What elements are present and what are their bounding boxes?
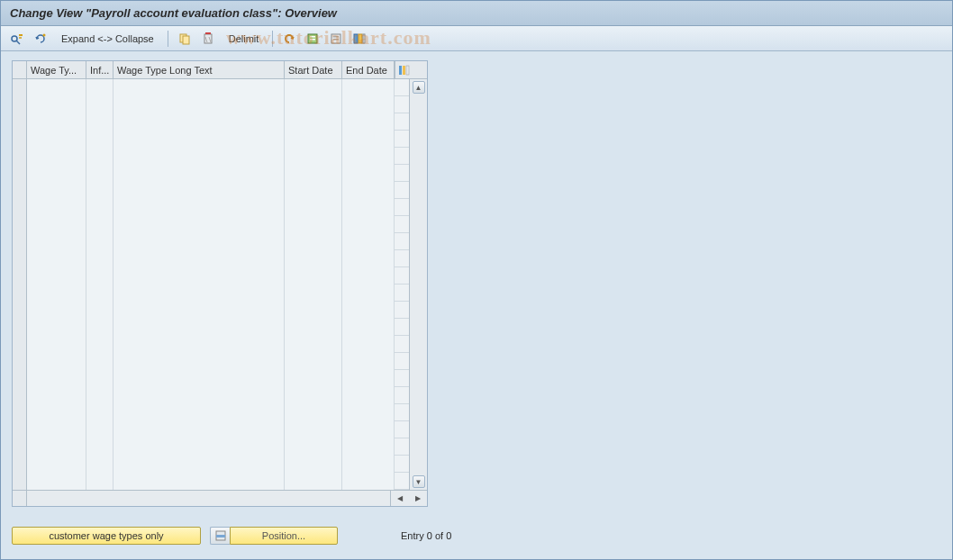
- table-cell[interactable]: [342, 370, 395, 387]
- table-row[interactable]: [13, 131, 409, 148]
- select-all-column[interactable]: [13, 61, 27, 79]
- table-row[interactable]: [13, 96, 409, 113]
- table-cell[interactable]: [13, 182, 27, 199]
- table-cell[interactable]: [13, 233, 27, 250]
- table-row[interactable]: [13, 79, 409, 96]
- table-cell[interactable]: [13, 370, 27, 387]
- table-cell[interactable]: [113, 79, 285, 96]
- table-cell[interactable]: [27, 456, 86, 473]
- delimit-button[interactable]: Delimit: [222, 31, 266, 47]
- table-cell[interactable]: [27, 387, 86, 404]
- table-cell[interactable]: [113, 473, 285, 490]
- table-cell[interactable]: [285, 336, 342, 353]
- table-cell[interactable]: [27, 267, 86, 285]
- table-row[interactable]: [13, 421, 409, 438]
- table-cell[interactable]: [13, 250, 27, 267]
- table-cell[interactable]: [342, 285, 395, 302]
- table-cell[interactable]: [86, 302, 113, 319]
- table-cell[interactable]: [285, 370, 342, 387]
- table-cell[interactable]: [342, 302, 395, 319]
- table-row[interactable]: [13, 302, 409, 319]
- table-cell[interactable]: [86, 319, 113, 336]
- table-cell[interactable]: [27, 233, 86, 250]
- vertical-scrollbar[interactable]: ▲ ▼: [409, 79, 427, 490]
- delete-icon[interactable]: [199, 30, 217, 48]
- table-cell[interactable]: [86, 182, 113, 199]
- table-cell[interactable]: [86, 438, 113, 456]
- table-cell[interactable]: [342, 404, 395, 421]
- table-cell[interactable]: [113, 216, 285, 233]
- table-cell[interactable]: [27, 182, 86, 199]
- table-cell[interactable]: [342, 79, 395, 96]
- table-cell[interactable]: [285, 148, 342, 165]
- table-cell[interactable]: [86, 370, 113, 387]
- table-row[interactable]: [13, 285, 409, 302]
- table-row[interactable]: [13, 267, 409, 285]
- table-cell[interactable]: [285, 233, 342, 250]
- table-cell[interactable]: [86, 96, 113, 113]
- table-cell[interactable]: [113, 199, 285, 216]
- table-cell[interactable]: [13, 79, 27, 96]
- table-cell[interactable]: [13, 96, 27, 113]
- table-cell[interactable]: [27, 336, 86, 353]
- table-cell[interactable]: [86, 404, 113, 421]
- table-cell[interactable]: [27, 302, 86, 319]
- scroll-left-icon[interactable]: ◀: [391, 491, 409, 506]
- table-cell[interactable]: [113, 456, 285, 473]
- select-all-icon[interactable]: [304, 30, 322, 48]
- table-cell[interactable]: [285, 387, 342, 404]
- table-cell[interactable]: [13, 165, 27, 182]
- column-end-date[interactable]: End Date: [342, 61, 395, 79]
- table-cell[interactable]: [113, 267, 285, 285]
- table-cell[interactable]: [86, 216, 113, 233]
- table-cell[interactable]: [13, 113, 27, 131]
- table-row[interactable]: [13, 404, 409, 421]
- table-cell[interactable]: [13, 438, 27, 456]
- table-cell[interactable]: [86, 148, 113, 165]
- table-cell[interactable]: [113, 148, 285, 165]
- table-cell[interactable]: [342, 233, 395, 250]
- table-cell[interactable]: [27, 353, 86, 370]
- table-cell[interactable]: [342, 473, 395, 490]
- table-row[interactable]: [13, 370, 409, 387]
- table-cell[interactable]: [86, 267, 113, 285]
- column-wage-type[interactable]: Wage Ty...: [27, 61, 86, 79]
- table-row[interactable]: [13, 148, 409, 165]
- column-start-date[interactable]: Start Date: [285, 61, 342, 79]
- table-cell[interactable]: [27, 113, 86, 131]
- display-toggle-icon[interactable]: [8, 30, 26, 48]
- table-cell[interactable]: [285, 285, 342, 302]
- table-cell[interactable]: [342, 353, 395, 370]
- table-cell[interactable]: [285, 404, 342, 421]
- table-cell[interactable]: [285, 353, 342, 370]
- table-row[interactable]: [13, 473, 409, 490]
- table-cell[interactable]: [113, 285, 285, 302]
- table-cell[interactable]: [86, 79, 113, 96]
- table-cell[interactable]: [27, 421, 86, 438]
- deselect-all-icon[interactable]: [327, 30, 345, 48]
- table-cell[interactable]: [342, 336, 395, 353]
- scroll-down-icon[interactable]: ▼: [413, 475, 425, 488]
- table-cell[interactable]: [285, 79, 342, 96]
- table-cell[interactable]: [86, 199, 113, 216]
- table-cell[interactable]: [285, 438, 342, 456]
- table-cell[interactable]: [285, 113, 342, 131]
- table-cell[interactable]: [342, 199, 395, 216]
- table-cell[interactable]: [13, 421, 27, 438]
- customer-wage-types-button[interactable]: customer wage types only: [12, 527, 201, 545]
- table-row[interactable]: [13, 182, 409, 199]
- table-cell[interactable]: [27, 473, 86, 490]
- table-cell[interactable]: [342, 250, 395, 267]
- table-row[interactable]: [13, 353, 409, 370]
- table-cell[interactable]: [27, 165, 86, 182]
- column-wage-type-long[interactable]: Wage Type Long Text: [113, 61, 285, 79]
- table-row[interactable]: [13, 216, 409, 233]
- table-cell[interactable]: [13, 353, 27, 370]
- table-cell[interactable]: [13, 319, 27, 336]
- table-cell[interactable]: [86, 113, 113, 131]
- undo-icon[interactable]: [280, 30, 298, 48]
- table-cell[interactable]: [342, 131, 395, 148]
- table-cell[interactable]: [86, 250, 113, 267]
- table-row[interactable]: [13, 250, 409, 267]
- copy-icon[interactable]: [176, 30, 194, 48]
